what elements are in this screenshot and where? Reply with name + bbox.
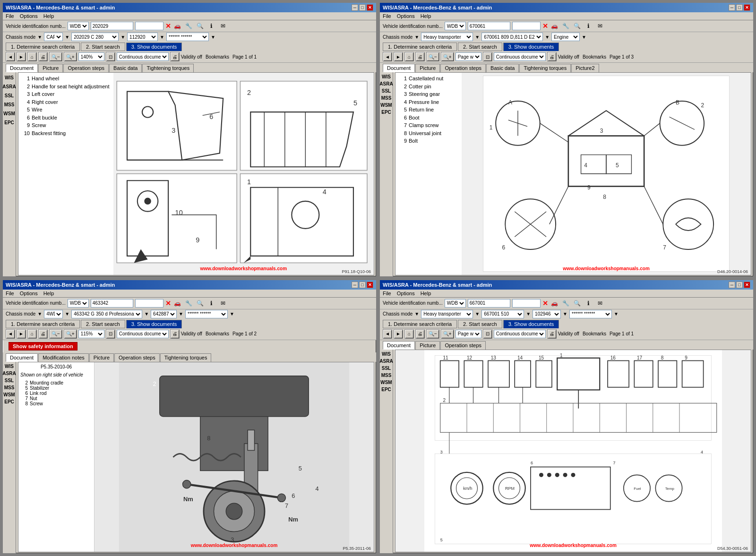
doc-tab-1-1[interactable]: Picture (38, 64, 63, 72)
menu-help-2[interactable]: Help (421, 13, 431, 19)
fit-btn-2[interactable]: ⊡ (483, 52, 492, 61)
sidebar-mss-2[interactable]: MSS (381, 95, 392, 101)
zoom-select-1[interactable]: 140% (78, 52, 104, 61)
sidebar-wis-1[interactable]: WIS (4, 74, 15, 81)
maximize-btn-4[interactable]: □ (736, 282, 743, 288)
magnet-icon-2[interactable]: 🔧 (561, 21, 571, 31)
sidebar-wsm-1[interactable]: WSM (3, 110, 16, 117)
pass-select-1[interactable]: ****** ****** (166, 33, 209, 41)
nav-tab-2-0[interactable]: 1. Determine search criteria (383, 43, 457, 51)
sidebar-ssl-4[interactable]: SSL (382, 366, 391, 371)
vin-input-2[interactable] (468, 22, 510, 30)
chassis-select-2[interactable]: Heavy transporter (421, 33, 473, 41)
car-icon-3[interactable]: 🚗 (173, 299, 182, 308)
back-btn-4[interactable]: ◄ (383, 329, 392, 339)
zoom-out-btn-1[interactable]: 🔍− (49, 52, 62, 61)
zoom-in-btn-3[interactable]: 🔍+ (64, 329, 77, 339)
print-btn-1[interactable]: 🖨 (38, 52, 48, 61)
nav-tab-2-2[interactable]: 3. Show documents (503, 43, 559, 51)
menu-file-2[interactable]: File (383, 13, 391, 19)
sidebar-asra-3[interactable]: ASRA (3, 371, 16, 376)
zoom-select-3[interactable]: 115% (78, 330, 104, 338)
forward-btn-4[interactable]: ► (394, 329, 403, 339)
doc-tab-3-1[interactable]: Modification notes (38, 353, 89, 362)
vin-prefix-select-1[interactable]: WDB (68, 22, 89, 30)
vin-clear-2[interactable]: ✕ (542, 22, 548, 30)
sidebar-epc-1[interactable]: EPC (3, 119, 15, 126)
sidebar-asra-2[interactable]: ASRA (380, 81, 393, 86)
close-btn-3[interactable]: ✕ (367, 282, 373, 288)
email-icon-1[interactable]: ✉ (218, 21, 228, 31)
back-btn-2[interactable]: ◄ (383, 52, 392, 61)
nav-tab-3-1[interactable]: 2. Start search (81, 320, 125, 328)
fit-btn-3[interactable]: ⊡ (106, 329, 115, 339)
menu-help-3[interactable]: Help (43, 291, 54, 296)
info-icon-4[interactable]: ℹ (584, 299, 593, 308)
menu-options-3[interactable]: Options (20, 291, 38, 296)
safety-info-btn[interactable]: Show safety information (9, 342, 77, 351)
back-btn-1[interactable]: ◄ (6, 52, 15, 61)
sidebar-epc-4[interactable]: EPC (381, 387, 391, 392)
doc-tab-2-3[interactable]: Basic data (486, 64, 519, 72)
maximize-btn-3[interactable]: □ (359, 282, 366, 288)
close-btn-1[interactable]: ✕ (367, 4, 373, 11)
info-icon-3[interactable]: ℹ (207, 299, 216, 308)
engine-select-4[interactable]: 102946 (533, 310, 561, 318)
menu-file-3[interactable]: File (6, 291, 14, 296)
back-btn-3[interactable]: ◄ (6, 329, 15, 339)
sidebar-mss-3[interactable]: MSS (4, 385, 15, 390)
engine-select-2[interactable]: Engine (551, 33, 580, 41)
sidebar-asra-4[interactable]: ASRA (380, 359, 393, 364)
doc-tab-4-1[interactable]: Picture (415, 341, 440, 350)
forward-btn-1[interactable]: ► (17, 52, 26, 61)
sidebar-epc-2[interactable]: EPC (381, 110, 391, 115)
doc-mode-select-3[interactable]: Continuous document (117, 330, 169, 338)
zoom-in-btn-1[interactable]: 🔍+ (64, 52, 77, 61)
doc-tab-4-0[interactable]: Document (383, 341, 415, 350)
vin-prefix-select-2[interactable]: WDB (445, 22, 466, 30)
info-icon-1[interactable]: ℹ (207, 21, 216, 31)
nav-tab-1-1[interactable]: 2. Start search (81, 43, 125, 51)
home-btn-3[interactable]: ⌂ (27, 329, 37, 339)
print-btn-4[interactable]: 🖨 (415, 329, 425, 339)
pass-select-3[interactable]: ****** ****** (185, 310, 228, 318)
print-btn-2[interactable]: 🖨 (415, 52, 425, 61)
car-icon-4[interactable]: 🚗 (550, 299, 559, 308)
bookmarks-label-3[interactable]: Bookmarks (206, 331, 229, 336)
doc-tab-1-3[interactable]: Basic data (109, 64, 142, 72)
vin-input-1[interactable] (91, 22, 133, 30)
vin-clear-4[interactable]: ✕ (542, 299, 548, 307)
email-icon-3[interactable]: ✉ (218, 299, 228, 308)
car-icon-1[interactable]: 🚗 (173, 21, 182, 31)
chassis-val-select-2[interactable]: 670061 809 D,811 D E2 (481, 33, 543, 41)
forward-btn-3[interactable]: ► (17, 329, 26, 339)
nav-tab-1-0[interactable]: 1. Determine search criteria (6, 43, 80, 51)
chassis-select-3[interactable]: 4WD (44, 310, 63, 318)
car-icon-2[interactable]: 🚗 (550, 21, 559, 31)
chassis-select-4[interactable]: Heavy transporter (421, 310, 473, 318)
sidebar-mss-4[interactable]: MSS (381, 373, 392, 378)
sidebar-wis-2[interactable]: WIS (382, 74, 391, 79)
menu-options-2[interactable]: Options (397, 13, 415, 19)
doc-tab-2-5[interactable]: Picture2 (571, 64, 599, 72)
doc-tab-3-0[interactable]: Document (6, 353, 38, 362)
zoom-select-4[interactable]: Page width (455, 330, 481, 338)
email-icon-4[interactable]: ✉ (595, 299, 605, 308)
magnet-icon-3[interactable]: 🔧 (184, 299, 194, 308)
home-btn-1[interactable]: ⌂ (27, 52, 37, 61)
doc-tab-2-2[interactable]: Operation steps (440, 64, 486, 72)
nav-tab-2-1[interactable]: 2. Start search (458, 43, 502, 51)
nav-tab-4-2[interactable]: 3. Show documents (503, 320, 559, 328)
vin-clear-1[interactable]: ✕ (165, 22, 171, 30)
doc-mode-select-1[interactable]: Continuous document (117, 52, 169, 61)
search-icon-2[interactable]: 🔍 (573, 21, 582, 31)
menu-help-1[interactable]: Help (43, 13, 54, 19)
zoom-select-2[interactable]: Page width (455, 52, 481, 61)
vin-clear-3[interactable]: ✕ (165, 299, 171, 307)
doc-tab-3-4[interactable]: Tightening torques (160, 353, 212, 362)
doc-tab-1-0[interactable]: Document (6, 64, 38, 72)
engine-select-1[interactable]: 112920 (127, 33, 158, 41)
doc-mode-select-4[interactable]: Continuous document (494, 330, 546, 338)
zoom-in-btn-2[interactable]: 🔍+ (441, 52, 454, 61)
sidebar-ssl-1[interactable]: SSL (4, 92, 15, 99)
